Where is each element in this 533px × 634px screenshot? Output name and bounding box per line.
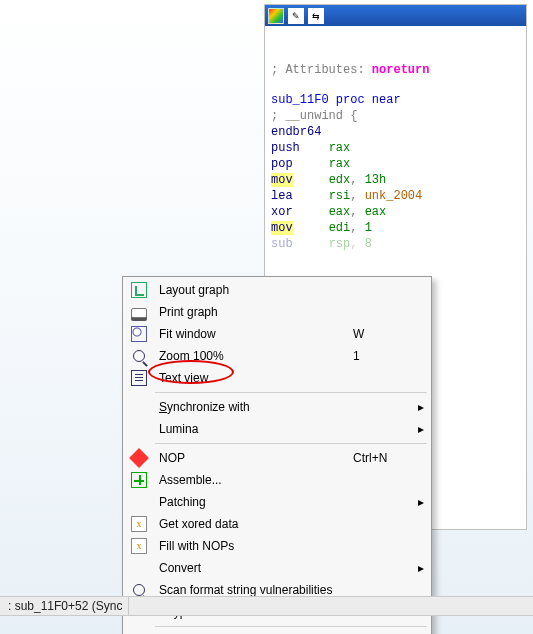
menu-label: Patching	[153, 495, 353, 509]
menu-item-zoom-100[interactable]: Zoom 100% 1	[125, 345, 429, 367]
menu-shortcut: W	[353, 327, 413, 341]
submenu-arrow-icon: ▸	[413, 400, 429, 414]
asm-mnem: push	[271, 141, 300, 155]
asm-mnem: xor	[271, 205, 293, 219]
toggle-icon[interactable]: ⇆	[308, 8, 324, 24]
asm-mnem: mov	[271, 173, 293, 187]
xor-icon: x	[131, 516, 147, 532]
edit-icon[interactable]: ✎	[288, 8, 304, 24]
menu-item-layout-graph[interactable]: Layout graph	[125, 279, 429, 301]
submenu-arrow-icon: ▸	[413, 561, 429, 575]
asm-num: 13h	[365, 173, 387, 187]
nops-icon: x	[131, 538, 147, 554]
magnifier-icon	[133, 350, 145, 362]
asm-reg: rsi	[329, 189, 351, 203]
menu-label: Zoom 100%	[153, 349, 353, 363]
status-bar: : sub_11F0+52 (Sync	[0, 596, 533, 616]
menu-label: Lumina	[153, 422, 353, 436]
menu-label: Text view	[153, 371, 353, 385]
asm-noreturn: noreturn	[372, 63, 430, 77]
menu-item-lumina[interactable]: Lumina ▸	[125, 418, 429, 440]
graph-node-titlebar: ✎ ⇆	[265, 5, 526, 26]
asm-mnem: pop	[271, 157, 293, 171]
status-text: : sub_11F0+52 (Sync	[2, 597, 129, 615]
asm-mnem: sub	[271, 237, 293, 251]
context-menu: Layout graph Print graph Fit window W Zo…	[122, 276, 432, 634]
printer-icon	[131, 308, 147, 318]
asm-comment: ; Attributes:	[271, 63, 372, 77]
menu-label: Print graph	[153, 305, 353, 319]
magnifier-icon	[133, 584, 145, 596]
menu-separator	[155, 626, 427, 627]
menu-item-convert[interactable]: Convert ▸	[125, 557, 429, 579]
asm-mnem: mov	[271, 221, 293, 235]
asm-mnem: endbr64	[271, 125, 321, 139]
graph-icon	[131, 282, 147, 298]
fit-icon	[131, 326, 147, 342]
text-lines-icon	[131, 370, 147, 386]
menu-shortcut: Ctrl+N	[353, 451, 413, 465]
menu-label: Get xored data	[153, 517, 353, 531]
menu-shortcut: 1	[353, 349, 413, 363]
menu-label: Assemble...	[153, 473, 353, 487]
disassembly-body[interactable]: ; Attributes: noreturn sub_11F0 proc nea…	[265, 26, 526, 260]
asm-reg: edi	[329, 221, 351, 235]
asm-num: 1	[365, 221, 372, 235]
asm-symbol: unk_2004	[365, 189, 423, 203]
menu-item-patching[interactable]: Patching ▸	[125, 491, 429, 513]
palette-icon[interactable]	[268, 8, 284, 24]
asm-reg: rax	[329, 157, 351, 171]
menu-item-text-view[interactable]: Text view	[125, 367, 429, 389]
menu-separator	[155, 392, 427, 393]
menu-label: Synchronize with	[153, 400, 353, 414]
menu-item-fill-nops[interactable]: x Fill with NOPs	[125, 535, 429, 557]
nop-icon	[129, 448, 149, 468]
menu-label: NOP	[153, 451, 353, 465]
asm-mnem: lea	[271, 189, 293, 203]
menu-label: Layout graph	[153, 283, 353, 297]
menu-item-get-xored[interactable]: x Get xored data	[125, 513, 429, 535]
asm-proc-label: sub_11F0 proc near	[271, 93, 401, 107]
submenu-arrow-icon: ▸	[413, 422, 429, 436]
menu-item-nop[interactable]: NOP Ctrl+N	[125, 447, 429, 469]
menu-item-fit-window[interactable]: Fit window W	[125, 323, 429, 345]
asm-reg: rsp	[329, 237, 351, 251]
menu-label: Convert	[153, 561, 353, 575]
menu-label: Fill with NOPs	[153, 539, 353, 553]
menu-item-font[interactable]: Font...	[125, 630, 429, 634]
chip-icon	[131, 472, 147, 488]
menu-item-assemble[interactable]: Assemble...	[125, 469, 429, 491]
menu-separator	[155, 443, 427, 444]
asm-unwind: ; __unwind {	[271, 109, 357, 123]
asm-reg: eax	[365, 205, 387, 219]
asm-reg: edx	[329, 173, 351, 187]
menu-item-print-graph[interactable]: Print graph	[125, 301, 429, 323]
asm-reg: rax	[329, 141, 351, 155]
submenu-arrow-icon: ▸	[413, 495, 429, 509]
asm-num: 8	[365, 237, 372, 251]
menu-label: Fit window	[153, 327, 353, 341]
menu-label: Scan format string vulnerabilities	[153, 583, 353, 597]
menu-item-synchronize-with[interactable]: Synchronize with ▸	[125, 396, 429, 418]
asm-reg: eax	[329, 205, 351, 219]
